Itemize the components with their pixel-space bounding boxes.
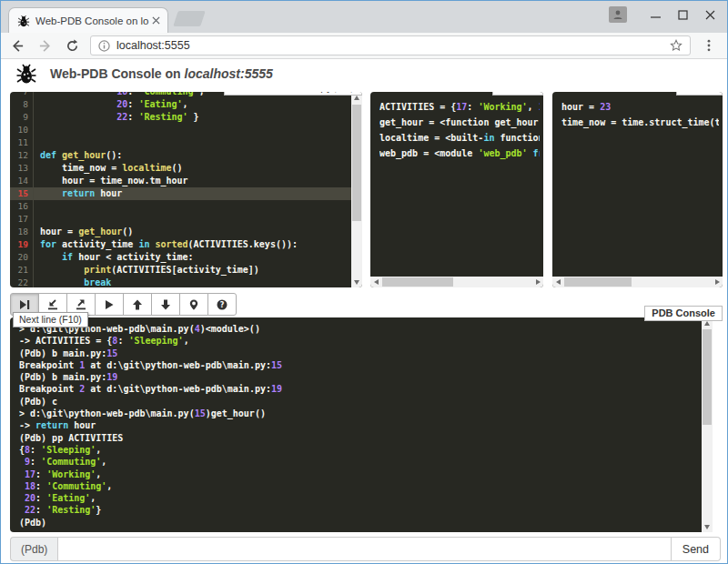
forward-icon[interactable] (34, 35, 56, 56)
toolbar-button-down[interactable] (151, 293, 180, 316)
globals-line: get_hour = <function get_hour at 0x0000 (379, 115, 540, 130)
code-line: 16 (10, 200, 362, 213)
line-number[interactable]: 12 (10, 149, 34, 162)
locals-line: time_now = time.struct_time(tm_yea (561, 115, 719, 130)
console-line: 18: 'Commuting', (19, 480, 693, 492)
tab-title: Web-PDB Console on lo (35, 15, 149, 26)
code-text: time_now = localtime() (34, 162, 362, 175)
console-line: 9: 'Commuting', (19, 456, 693, 468)
app-header: Web-PDB Console on localhost:5555 (15, 58, 273, 89)
line-number[interactable]: 18 (10, 226, 34, 238)
scrollbar-thumb[interactable] (703, 329, 712, 425)
code-line: 12def get_hour(): (10, 149, 362, 162)
line-number[interactable]: 9 (10, 111, 34, 124)
line-number[interactable]: 16 (10, 200, 34, 213)
scrollbar-thumb[interactable] (564, 277, 632, 287)
console-line: Breakpoint 1 at d:\git\python-web-pdb\ma… (19, 359, 693, 371)
globals-panel: Globals ACTIVITIES = {17: 'Working', 18:… (370, 92, 543, 287)
current-file-label: Current file:main.py(15) (224, 92, 362, 96)
person-icon (612, 9, 623, 20)
favicon-bug-icon (17, 15, 30, 27)
browser-window: Web-PDB Console on lo (0, 0, 728, 564)
code-panel: Current file:main.py(15) 7 18: 'Commutin… (10, 92, 362, 287)
scroll-right-icon[interactable] (712, 277, 723, 287)
globals-scrollbar[interactable] (370, 277, 543, 287)
toolbar-button-help[interactable]: ? (207, 293, 237, 316)
console-lines: > d:\git\python-web-pdb\main.py(4)<modul… (10, 317, 702, 532)
console-scrollbar[interactable] (702, 317, 713, 532)
breakpoint-line-number[interactable]: 15 (10, 187, 34, 200)
line-number[interactable]: 11 (10, 136, 34, 149)
browser-menu-icon[interactable] (698, 35, 720, 56)
scroll-down-icon[interactable] (351, 277, 362, 287)
console-line: 17: 'Working', (19, 468, 693, 480)
console-line: > d:\git\python-web-pdb\main.py(15)get_h… (19, 408, 693, 419)
tab-close-icon[interactable] (149, 15, 162, 27)
code-line: 10 (10, 124, 362, 136)
minimize-button[interactable] (642, 3, 669, 26)
breakpoint-line-number[interactable]: 19 (10, 238, 34, 251)
console-line: -> ACTIVITIES = {8: 'Sleeping', (19, 335, 693, 347)
new-tab-button[interactable] (173, 11, 206, 26)
code-line: 8 20: 'Eating', (10, 98, 362, 111)
scroll-left-icon[interactable] (552, 277, 563, 287)
command-input[interactable] (57, 537, 671, 561)
code-text: 20: 'Eating', (34, 98, 362, 111)
scroll-left-icon[interactable] (370, 277, 381, 287)
url-bar[interactable]: localhost:5555 (90, 35, 691, 55)
console-line: (Pdb) pp ACTIVITIES (19, 432, 693, 444)
browser-tab[interactable]: Web-PDB Console on lo (8, 7, 168, 33)
line-number[interactable]: 22 (10, 277, 34, 287)
code-line: 19for activity_time in sorted(ACTIVITIES… (10, 238, 362, 251)
line-number[interactable]: 21 (10, 264, 34, 277)
code-line: 9 22: 'Resting' } (10, 111, 362, 124)
url-text[interactable]: localhost:5555 (116, 39, 670, 52)
console-line: (Pdb) b main.py:15 (19, 347, 693, 359)
bug-icon (15, 63, 37, 85)
toolbar-button-up[interactable] (123, 293, 152, 316)
toolbar-button-continue[interactable] (95, 293, 124, 316)
send-button[interactable]: Send (672, 537, 721, 561)
line-number[interactable]: 14 (10, 175, 34, 187)
console-line: (Pdb) b main.py:19 (19, 371, 693, 383)
code-line: 14 hour = time_now.tm_hour (10, 175, 362, 187)
line-number[interactable]: 13 (10, 162, 34, 175)
profile-button[interactable] (609, 6, 627, 23)
locals-panel: Locals hour = 23time_now = time.struct_t… (552, 92, 723, 287)
arrow-down-icon (160, 299, 171, 310)
line-number[interactable]: 20 (10, 251, 34, 264)
code-line: 15 return hour (10, 187, 362, 200)
code-text: hour = get_hour() (34, 226, 362, 238)
locals-scrollbar[interactable] (552, 277, 723, 287)
globals-line: ACTIVITIES = {17: 'Working', 18: 'Commut… (379, 99, 540, 115)
globals-line: web_pdb = <module 'web_pdb' from ' (379, 146, 540, 161)
pdb-prompt-addon: (Pdb) (10, 537, 57, 561)
tab-bar: Web-PDB Console on lo (1, 1, 727, 33)
code-line: 18hour = get_hour() (10, 226, 362, 238)
line-number[interactable]: 17 (10, 213, 34, 226)
scroll-down-icon[interactable] (702, 521, 713, 532)
maximize-button[interactable] (669, 3, 696, 26)
close-button[interactable] (696, 3, 723, 26)
scroll-right-icon[interactable] (532, 277, 543, 287)
code-scrollbar[interactable] (351, 92, 362, 287)
bookmark-star-icon[interactable] (670, 39, 682, 52)
scrollbar-thumb[interactable] (382, 277, 453, 287)
step-out-icon (76, 299, 86, 310)
code-line: 17 (10, 213, 362, 226)
code-lines: 7 18: 'Commuting',8 20: 'Eating',9 22: '… (10, 92, 362, 287)
code-line: 20 if hour < activity_time: (10, 251, 362, 264)
code-text: hour = time_now.tm_hour (34, 175, 362, 187)
back-icon[interactable] (6, 35, 28, 56)
console-line: (Pdb) c (19, 396, 693, 408)
line-number[interactable]: 10 (10, 124, 34, 136)
line-number[interactable]: 7 (10, 92, 34, 98)
page-info-icon[interactable] (98, 40, 110, 52)
toolbar-button-where[interactable] (179, 293, 208, 316)
pdb-console-label: PDB Console (644, 306, 723, 321)
command-input-row: (Pdb) Send (10, 537, 721, 561)
reload-icon[interactable] (61, 35, 83, 56)
line-number[interactable]: 8 (10, 98, 34, 111)
scrollbar-thumb[interactable] (352, 105, 361, 221)
code-text: break (34, 277, 362, 287)
